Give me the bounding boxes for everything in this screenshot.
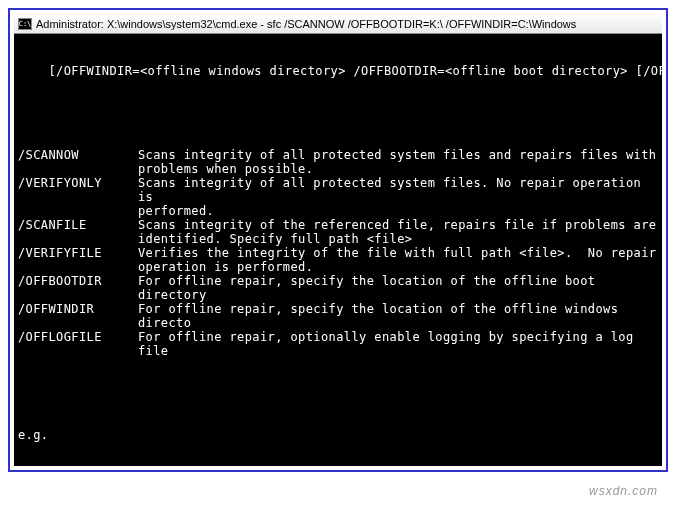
option-desc: For offline repair, specify the location… (138, 274, 658, 302)
option-name: /OFFBOOTDIR (18, 274, 138, 302)
option-desc: Verifies the integrity of the file with … (138, 246, 658, 274)
cmd-window: C:\ Administrator: X:\windows\system32\c… (14, 14, 662, 466)
option-desc: Scans integrity of all protected system … (138, 176, 658, 218)
option-desc: Scans integrity of the referenced file, … (138, 218, 658, 246)
option-name: /VERIFYFILE (18, 246, 138, 274)
option-name: /VERIFYONLY (18, 176, 138, 218)
option-row: /VERIFYONLYScans integrity of all protec… (18, 176, 658, 218)
titlebar[interactable]: C:\ Administrator: X:\windows\system32\c… (14, 14, 662, 34)
window-title: Administrator: X:\windows\system32\cmd.e… (36, 18, 576, 30)
option-desc: For offline repair, specify the location… (138, 302, 658, 330)
option-name: /OFFLOGFILE (18, 330, 138, 358)
cmd-icon: C:\ (18, 18, 32, 30)
option-row: /SCANFILEScans integrity of the referenc… (18, 218, 658, 246)
terminal-output[interactable]: [/OFFWINDIR=<offline windows directory> … (14, 34, 662, 466)
option-desc: For offline repair, optionally enable lo… (138, 330, 658, 358)
option-name: /SCANNOW (18, 148, 138, 176)
option-name: /SCANFILE (18, 218, 138, 246)
blank-line (18, 386, 658, 400)
option-row: /SCANNOWScans integrity of all protected… (18, 148, 658, 176)
header-line: [/OFFWINDIR=<offline windows directory> … (18, 64, 658, 78)
eg-label: e.g. (18, 428, 658, 442)
option-row: /OFFBOOTDIRFor offline repair, specify t… (18, 274, 658, 302)
option-name: /OFFWINDIR (18, 302, 138, 330)
option-row: /OFFWINDIRFor offline repair, specify th… (18, 302, 658, 330)
window-frame: C:\ Administrator: X:\windows\system32\c… (8, 8, 668, 472)
blank-line (18, 106, 658, 120)
option-row: /VERIFYFILEVerifies the integrity of the… (18, 246, 658, 274)
option-row: /OFFLOGFILEFor offline repair, optionall… (18, 330, 658, 358)
watermark: wsxdn.com (589, 484, 658, 498)
option-desc: Scans integrity of all protected system … (138, 148, 658, 176)
